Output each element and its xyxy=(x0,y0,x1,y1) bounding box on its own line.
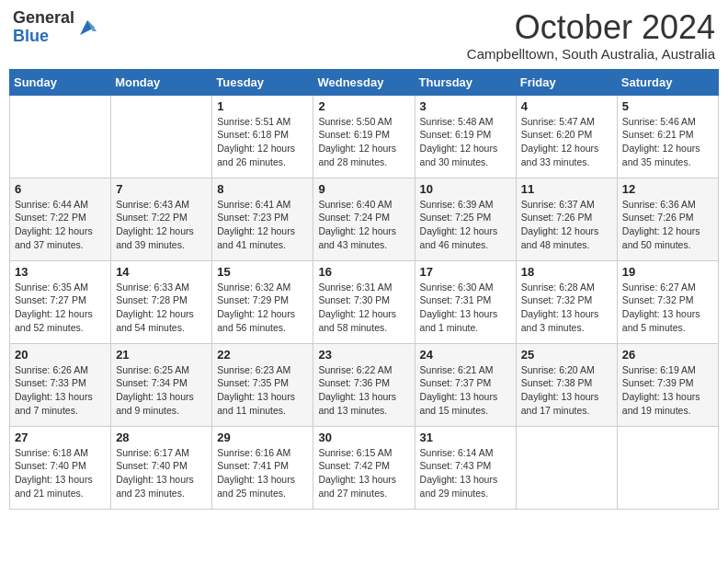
day-info: Sunrise: 6:31 AMSunset: 7:30 PMDaylight:… xyxy=(318,281,409,335)
calendar-week-3: 13Sunrise: 6:35 AMSunset: 7:27 PMDayligh… xyxy=(10,260,719,343)
calendar-cell: 4Sunrise: 5:47 AMSunset: 6:20 PMDaylight… xyxy=(516,95,617,178)
weekday-header-thursday: Thursday xyxy=(415,69,516,95)
weekday-header-monday: Monday xyxy=(111,69,212,95)
calendar-cell: 22Sunrise: 6:23 AMSunset: 7:35 PMDayligh… xyxy=(212,343,313,426)
title-block: October 2024 Campbelltown, South Austral… xyxy=(467,9,715,62)
day-number: 31 xyxy=(420,431,511,444)
calendar-cell: 29Sunrise: 6:16 AMSunset: 7:41 PMDayligh… xyxy=(212,426,313,509)
calendar-cell: 31Sunrise: 6:14 AMSunset: 7:43 PMDayligh… xyxy=(415,426,516,509)
day-info: Sunrise: 6:18 AMSunset: 7:40 PMDaylight:… xyxy=(15,446,106,500)
day-number: 16 xyxy=(318,265,409,279)
day-info: Sunrise: 6:26 AMSunset: 7:33 PMDaylight:… xyxy=(15,363,106,418)
calendar-cell xyxy=(617,426,718,509)
calendar-cell: 2Sunrise: 5:50 AMSunset: 6:19 PMDaylight… xyxy=(313,95,415,178)
calendar-cell: 19Sunrise: 6:27 AMSunset: 7:32 PMDayligh… xyxy=(617,260,718,343)
calendar-cell: 23Sunrise: 6:22 AMSunset: 7:36 PMDayligh… xyxy=(313,343,415,426)
day-number: 28 xyxy=(116,431,207,444)
logo-general: General xyxy=(13,8,74,27)
day-info: Sunrise: 6:23 AMSunset: 7:35 PMDaylight:… xyxy=(217,363,308,418)
day-info: Sunrise: 6:19 AMSunset: 7:39 PMDaylight:… xyxy=(622,363,713,418)
calendar-cell: 20Sunrise: 6:26 AMSunset: 7:33 PMDayligh… xyxy=(10,343,111,426)
day-info: Sunrise: 6:25 AMSunset: 7:34 PMDaylight:… xyxy=(116,363,207,418)
page-header: General Blue October 2024 Campbelltown, … xyxy=(9,9,719,62)
day-info: Sunrise: 6:27 AMSunset: 7:32 PMDaylight:… xyxy=(622,281,713,335)
day-number: 11 xyxy=(521,182,612,196)
logo-icon xyxy=(76,17,98,39)
day-number: 15 xyxy=(217,265,308,279)
day-number: 10 xyxy=(420,182,511,196)
day-info: Sunrise: 6:20 AMSunset: 7:38 PMDaylight:… xyxy=(521,363,612,418)
weekday-header-row: SundayMondayTuesdayWednesdayThursdayFrid… xyxy=(10,69,719,95)
day-number: 22 xyxy=(217,348,308,362)
calendar-cell: 8Sunrise: 6:41 AMSunset: 7:23 PMDaylight… xyxy=(212,178,313,260)
calendar-cell: 1Sunrise: 5:51 AMSunset: 6:18 PMDaylight… xyxy=(212,95,313,178)
day-info: Sunrise: 5:46 AMSunset: 6:21 PMDaylight:… xyxy=(622,115,713,169)
calendar-cell: 28Sunrise: 6:17 AMSunset: 7:40 PMDayligh… xyxy=(111,426,212,509)
day-number: 26 xyxy=(622,348,713,362)
day-number: 14 xyxy=(116,265,207,279)
logo: General Blue xyxy=(13,9,98,46)
weekday-header-friday: Friday xyxy=(516,69,617,95)
calendar-week-1: 1Sunrise: 5:51 AMSunset: 6:18 PMDaylight… xyxy=(10,95,719,178)
day-info: Sunrise: 6:15 AMSunset: 7:42 PMDaylight:… xyxy=(318,446,409,500)
day-number: 24 xyxy=(420,348,511,362)
day-number: 7 xyxy=(116,182,207,196)
calendar-cell: 6Sunrise: 6:44 AMSunset: 7:22 PMDaylight… xyxy=(10,178,111,260)
day-number: 19 xyxy=(622,265,713,279)
day-number: 12 xyxy=(622,182,713,196)
weekday-header-sunday: Sunday xyxy=(10,69,111,95)
calendar-cell: 9Sunrise: 6:40 AMSunset: 7:24 PMDaylight… xyxy=(313,178,415,260)
day-number: 5 xyxy=(622,99,713,113)
day-info: Sunrise: 6:44 AMSunset: 7:22 PMDaylight:… xyxy=(15,198,106,252)
day-info: Sunrise: 6:40 AMSunset: 7:24 PMDaylight:… xyxy=(318,198,409,252)
calendar-cell: 12Sunrise: 6:36 AMSunset: 7:26 PMDayligh… xyxy=(617,178,718,260)
calendar-cell: 15Sunrise: 6:32 AMSunset: 7:29 PMDayligh… xyxy=(212,260,313,343)
calendar-cell: 21Sunrise: 6:25 AMSunset: 7:34 PMDayligh… xyxy=(111,343,212,426)
calendar-cell xyxy=(111,95,212,178)
day-number: 4 xyxy=(521,99,612,113)
day-info: Sunrise: 6:22 AMSunset: 7:36 PMDaylight:… xyxy=(318,363,409,418)
calendar-week-4: 20Sunrise: 6:26 AMSunset: 7:33 PMDayligh… xyxy=(10,343,719,426)
calendar-cell: 30Sunrise: 6:15 AMSunset: 7:42 PMDayligh… xyxy=(313,426,415,509)
calendar-cell: 18Sunrise: 6:28 AMSunset: 7:32 PMDayligh… xyxy=(516,260,617,343)
weekday-header-tuesday: Tuesday xyxy=(212,69,313,95)
calendar-cell: 17Sunrise: 6:30 AMSunset: 7:31 PMDayligh… xyxy=(415,260,516,343)
day-number: 1 xyxy=(217,99,308,113)
day-info: Sunrise: 6:14 AMSunset: 7:43 PMDaylight:… xyxy=(420,446,511,500)
day-info: Sunrise: 6:33 AMSunset: 7:28 PMDaylight:… xyxy=(116,281,207,335)
day-info: Sunrise: 6:41 AMSunset: 7:23 PMDaylight:… xyxy=(217,198,308,252)
day-info: Sunrise: 6:43 AMSunset: 7:22 PMDaylight:… xyxy=(116,198,207,252)
location-title: Campbelltown, South Australia, Australia xyxy=(467,46,715,62)
calendar-cell xyxy=(516,426,617,509)
day-number: 25 xyxy=(521,348,612,362)
day-number: 9 xyxy=(318,182,409,196)
day-number: 13 xyxy=(15,265,106,279)
day-info: Sunrise: 6:30 AMSunset: 7:31 PMDaylight:… xyxy=(420,281,511,335)
calendar-cell: 5Sunrise: 5:46 AMSunset: 6:21 PMDaylight… xyxy=(617,95,718,178)
calendar-cell: 13Sunrise: 6:35 AMSunset: 7:27 PMDayligh… xyxy=(10,260,111,343)
day-info: Sunrise: 6:37 AMSunset: 7:26 PMDaylight:… xyxy=(521,198,612,252)
calendar-week-5: 27Sunrise: 6:18 AMSunset: 7:40 PMDayligh… xyxy=(10,426,719,509)
day-info: Sunrise: 6:39 AMSunset: 7:25 PMDaylight:… xyxy=(420,198,511,252)
day-info: Sunrise: 5:48 AMSunset: 6:19 PMDaylight:… xyxy=(420,115,511,169)
day-info: Sunrise: 5:50 AMSunset: 6:19 PMDaylight:… xyxy=(318,115,409,169)
day-info: Sunrise: 6:17 AMSunset: 7:40 PMDaylight:… xyxy=(116,446,207,500)
calendar-cell: 16Sunrise: 6:31 AMSunset: 7:30 PMDayligh… xyxy=(313,260,415,343)
weekday-header-saturday: Saturday xyxy=(617,69,718,95)
day-number: 30 xyxy=(318,431,409,444)
day-number: 18 xyxy=(521,265,612,279)
calendar-cell: 26Sunrise: 6:19 AMSunset: 7:39 PMDayligh… xyxy=(617,343,718,426)
day-info: Sunrise: 6:36 AMSunset: 7:26 PMDaylight:… xyxy=(622,198,713,252)
day-number: 29 xyxy=(217,431,308,444)
day-number: 23 xyxy=(318,348,409,362)
day-number: 17 xyxy=(420,265,511,279)
calendar-cell: 10Sunrise: 6:39 AMSunset: 7:25 PMDayligh… xyxy=(415,178,516,260)
calendar-cell: 7Sunrise: 6:43 AMSunset: 7:22 PMDaylight… xyxy=(111,178,212,260)
calendar-cell: 3Sunrise: 5:48 AMSunset: 6:19 PMDaylight… xyxy=(415,95,516,178)
day-info: Sunrise: 6:16 AMSunset: 7:41 PMDaylight:… xyxy=(217,446,308,500)
day-info: Sunrise: 6:21 AMSunset: 7:37 PMDaylight:… xyxy=(420,363,511,418)
calendar-cell: 27Sunrise: 6:18 AMSunset: 7:40 PMDayligh… xyxy=(10,426,111,509)
day-number: 8 xyxy=(217,182,308,196)
day-number: 6 xyxy=(15,182,106,196)
month-title: October 2024 xyxy=(467,9,715,46)
